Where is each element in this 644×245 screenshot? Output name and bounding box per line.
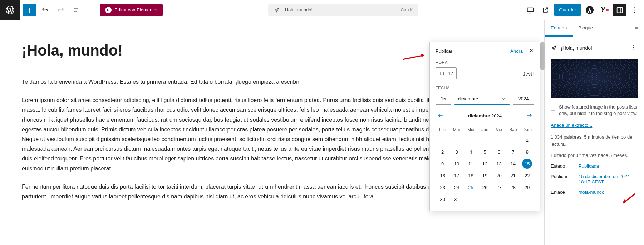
view-button[interactable]: [524, 4, 537, 16]
calendar-day[interactable]: 20: [492, 170, 506, 182]
svg-point-4: [634, 9, 635, 10]
calendar-day[interactable]: 7: [506, 146, 520, 158]
calendar-day[interactable]: 10: [449, 158, 463, 170]
document-overview-button[interactable]: [70, 4, 83, 16]
calendar-day[interactable]: 31: [449, 193, 463, 205]
chevron-down-icon: [501, 96, 506, 101]
timezone-label[interactable]: CEST: [524, 71, 534, 76]
calendar-day[interactable]: 22: [520, 170, 534, 182]
calendar-day[interactable]: 11: [464, 158, 478, 170]
search-title: ¡Hola, mundo!: [283, 7, 313, 13]
calendar-day[interactable]: 29: [520, 182, 534, 193]
featured-only-label: Show featured image in the posts lists o…: [559, 104, 638, 117]
estado-label: Estado: [551, 163, 576, 169]
svg-point-7: [633, 47, 634, 48]
settings-sidebar: Entrada Bloque ¡Hola, mundo! Show featur…: [545, 20, 644, 245]
enlace-value[interactable]: /hola-mundo: [579, 189, 638, 195]
top-toolbar: E Editar con Elementor ¡Hola, mundo! Ctr…: [0, 0, 644, 20]
svg-point-3: [634, 7, 635, 8]
calendar-day[interactable]: 14: [506, 158, 520, 170]
scrollbar[interactable]: [540, 42, 545, 70]
last-edited-text: Editado por última vez hace 5 meses.: [551, 152, 638, 159]
weekday-header: Sáb: [506, 125, 520, 134]
calendar-day[interactable]: 8: [520, 146, 534, 158]
yoast-icon[interactable]: Y: [598, 4, 611, 16]
calendar-day[interactable]: 24: [449, 182, 463, 193]
popover-title: Publicar: [436, 48, 452, 54]
close-sidebar-button[interactable]: [629, 20, 644, 37]
weekday-header: Mar: [449, 125, 463, 134]
weekday-header: Mié: [464, 125, 478, 134]
settings-panel-button[interactable]: [613, 4, 626, 16]
calendar-day[interactable]: 12: [478, 158, 492, 170]
add-block-button[interactable]: [23, 4, 36, 16]
weekday-header: Lun: [436, 125, 449, 134]
calendar-day[interactable]: 13: [492, 158, 506, 170]
elementor-icon: E: [105, 7, 112, 13]
calendar: LunMarMiéJueVieSábDom 123456789101112131…: [436, 125, 534, 205]
calendar-day[interactable]: 5: [478, 146, 492, 158]
doc-title: ¡Hola, mundo!: [561, 45, 625, 51]
svg-rect-2: [617, 7, 623, 13]
calendar-day[interactable]: 15: [522, 159, 532, 169]
month-select[interactable]: diciembre: [454, 93, 510, 105]
calendar-month-label: diciembre 2024: [468, 113, 502, 119]
weekday-header: Jue: [478, 125, 492, 134]
wordpress-logo[interactable]: [0, 0, 20, 20]
search-shortcut: Ctrl+K: [401, 8, 413, 13]
calendar-day[interactable]: 16: [436, 170, 449, 182]
now-link[interactable]: Ahora: [510, 48, 523, 54]
time-input[interactable]: 18:17: [436, 67, 457, 79]
calendar-day[interactable]: 23: [436, 182, 449, 193]
calendar-day[interactable]: 6: [492, 146, 506, 158]
publicar-value[interactable]: 15 de diciembre de 2024 18:17 CEST: [579, 174, 638, 184]
feather-icon: [551, 45, 557, 51]
year-input[interactable]: 2024: [513, 93, 534, 105]
redo-button[interactable]: [54, 4, 67, 16]
edit-elementor-button[interactable]: E Editar con Elementor: [100, 4, 163, 16]
calendar-day[interactable]: 21: [506, 170, 520, 182]
svg-point-5: [634, 12, 635, 13]
weekday-header: Vie: [492, 125, 506, 134]
tab-bloque[interactable]: Bloque: [573, 20, 599, 37]
calendar-day[interactable]: 18: [464, 170, 478, 182]
doc-more-button[interactable]: [629, 43, 638, 53]
save-button[interactable]: Guardar: [554, 4, 581, 16]
calendar-day[interactable]: 3: [449, 146, 463, 158]
close-popover-button[interactable]: [529, 48, 534, 54]
estado-value[interactable]: Publicada: [579, 163, 638, 169]
add-excerpt-link[interactable]: Añade un extracto...: [551, 123, 592, 128]
wordcount-text: 1,034 palabras, 5 minutos de tiempo de l…: [551, 134, 638, 148]
enlace-label: Enlace: [551, 189, 576, 195]
publicar-label: Publicar: [551, 174, 576, 184]
day-input[interactable]: 15: [436, 93, 451, 105]
fecha-label: FECHA: [436, 86, 534, 90]
feather-icon: [274, 7, 280, 13]
undo-button[interactable]: [39, 4, 51, 16]
svg-rect-0: [527, 8, 534, 11]
publish-popover: Publicar Ahora HORA 18:17 CEST FECHA 15 …: [429, 42, 540, 211]
featured-only-checkbox[interactable]: [551, 105, 555, 112]
calendar-day[interactable]: 26: [478, 182, 492, 193]
weekday-header: Dom: [520, 125, 534, 134]
calendar-day[interactable]: 4: [464, 146, 478, 158]
more-options-button[interactable]: [628, 4, 641, 16]
calendar-day[interactable]: 30: [436, 193, 449, 205]
svg-point-6: [633, 45, 634, 46]
next-month-button[interactable]: [524, 110, 534, 121]
command-search[interactable]: ¡Hola, mundo! Ctrl+K: [268, 4, 418, 16]
calendar-day[interactable]: 9: [436, 158, 449, 170]
external-link-button[interactable]: [539, 4, 552, 16]
astra-icon[interactable]: [583, 4, 596, 16]
calendar-day[interactable]: 27: [492, 182, 506, 193]
calendar-day[interactable]: 2: [436, 146, 449, 158]
calendar-day[interactable]: 25: [464, 182, 478, 193]
calendar-day[interactable]: 17: [449, 170, 463, 182]
calendar-day[interactable]: 28: [506, 182, 520, 193]
calendar-day[interactable]: 1: [520, 134, 534, 146]
calendar-day[interactable]: 19: [478, 170, 492, 182]
featured-image[interactable]: [551, 59, 638, 98]
hora-label: HORA: [436, 60, 534, 64]
prev-month-button[interactable]: [436, 110, 446, 121]
tab-entrada[interactable]: Entrada: [545, 20, 573, 37]
